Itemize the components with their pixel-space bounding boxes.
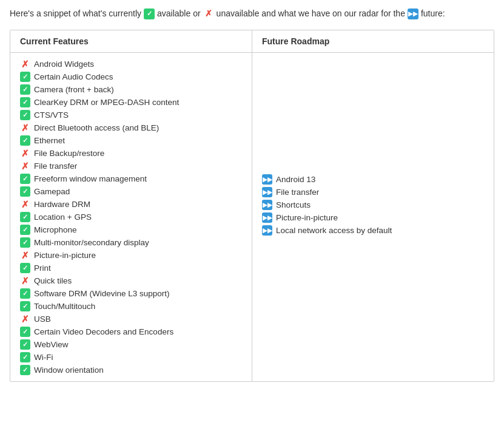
feature-label: Wi-Fi [34,353,53,362]
check-icon: ✓ [20,174,30,184]
roadmap-label: Picture-in-picture [276,213,338,222]
x-icon: ✗ [20,161,30,171]
feature-label: Direct Bluetooth access (and BLE) [34,123,159,132]
list-item: ✓Freeform window management [20,172,242,185]
roadmap-label: Android 13 [276,175,315,184]
list-item: ✓CTS/VTS [20,109,242,121]
x-icon: ✗ [20,123,30,133]
feature-label: ClearKey DRM or MPEG-DASH content [34,98,179,107]
list-item: ▶▶File transfer [262,186,484,199]
check-icon: ✓ [20,365,30,375]
feature-label: WebView [34,340,69,349]
feature-label: Window orientation [34,365,104,375]
list-item: ✓Camera (front + back) [20,83,242,96]
list-item: ✓Print [20,262,242,274]
list-item: ✓Location + GPS [20,211,242,223]
check-icon: ✓ [20,352,30,362]
list-item: ✗Picture-in-picture [20,249,242,262]
list-item: ✓Certain Video Decoders and Encoders [20,325,242,338]
list-item: ✓Window orientation [20,364,242,376]
list-item: ✗Android Widgets [20,58,242,70]
unavailable-icon: ✗ [203,8,214,19]
current-features-list: ✗Android Widgets✓Certain Audio Codecs✓Ca… [20,58,242,376]
check-icon: ✓ [20,212,30,222]
feature-label: Ethernet [34,136,65,145]
feature-label: Freeform window management [34,174,147,183]
feature-label: CTS/VTS [34,110,69,120]
check-icon: ✓ [20,97,30,107]
list-item: ✗File transfer [20,160,242,172]
roadmap-label: File transfer [276,188,319,197]
arrow-icon: ▶▶ [262,212,272,223]
check-icon: ✓ [20,327,30,337]
intro-unavailable: unavailable and what we have on our rada… [217,7,405,20]
feature-label: Certain Audio Codecs [34,72,113,81]
check-icon: ✓ [20,237,30,248]
features-row: ✗Android Widgets✓Certain Audio Codecs✓Ca… [10,53,494,382]
list-item: ✗Direct Bluetooth access (and BLE) [20,121,242,134]
list-item: ✗Quick tiles [20,274,242,287]
arrow-icon: ▶▶ [262,187,272,197]
intro-future: future: [421,7,445,20]
list-item: ▶▶Picture-in-picture [262,211,484,224]
col1-header: Current Features [10,30,252,53]
check-icon: ✓ [20,135,30,146]
list-item: ▶▶Shortcuts [262,199,484,211]
feature-label: Gamepad [34,187,70,196]
list-item: ✓Multi-monitor/secondary display [20,236,242,249]
x-icon: ✗ [20,250,30,260]
intro-available: available or [157,7,201,20]
list-item: ✓Wi-Fi [20,351,242,364]
list-item: ▶▶Local network access by default [262,224,484,237]
feature-label: Multi-monitor/secondary display [34,238,149,247]
arrow-icon: ▶▶ [262,200,272,210]
check-icon: ✓ [20,186,30,197]
roadmap-label: Shortcuts [276,200,311,209]
list-item: ✓ClearKey DRM or MPEG-DASH content [20,96,242,109]
feature-label: Quick tiles [34,276,72,285]
list-item: ✓Ethernet [20,134,242,147]
feature-label: USB [34,314,51,324]
list-item: ✓Microphone [20,223,242,236]
check-icon: ✓ [20,339,30,350]
feature-label: Touch/Multitouch [34,302,95,311]
list-item: ✓WebView [20,338,242,351]
feature-label: Picture-in-picture [34,251,96,260]
feature-label: Microphone [34,225,77,234]
features-table-container: Current Features Future Roadmap ✗Android… [10,30,494,382]
current-features-cell: ✗Android Widgets✓Certain Audio Codecs✓Ca… [10,53,252,382]
list-item: ✗USB [20,313,242,325]
feature-label: File Backup/restore [34,149,104,158]
list-item: ✓Software DRM (Widevine L3 support) [20,287,242,300]
feature-label: Certain Video Decoders and Encoders [34,327,173,336]
x-icon: ✗ [20,276,30,286]
x-icon: ✗ [20,199,30,209]
future-roadmap-cell: placeholderplaceholderplaceholderplaceho… [252,53,494,382]
check-icon: ✓ [20,301,30,311]
feature-label: Print [34,263,51,273]
check-icon: ✓ [20,110,30,120]
check-icon: ✓ [20,84,30,95]
feature-label: Software DRM (Widevine L3 support) [34,289,170,298]
list-item: ▶▶Android 13 [262,173,484,186]
intro-text: Here's a snippet of what's currently ✓ a… [10,7,494,20]
x-icon: ✗ [20,314,30,324]
arrow-icon: ▶▶ [262,174,272,185]
check-icon: ✓ [20,72,30,82]
feature-label: Location + GPS [34,212,92,222]
list-item: ✓Touch/Multitouch [20,300,242,313]
radar-icon: ▶▶ [408,8,418,19]
col2-header: Future Roadmap [252,30,494,53]
list-item: ✓Certain Audio Codecs [20,70,242,83]
list-item: ✗File Backup/restore [20,147,242,160]
features-table: Current Features Future Roadmap ✗Android… [10,30,494,381]
intro-before: Here's a snippet of what's currently [10,7,141,20]
x-icon: ✗ [20,148,30,158]
list-item: ✓Gamepad [20,185,242,198]
available-icon: ✓ [144,8,155,19]
roadmap-label: Local network access by default [276,226,392,235]
list-item: ✗Hardware DRM [20,198,242,211]
feature-label: File transfer [34,161,77,171]
check-icon: ✓ [20,225,30,235]
future-roadmap-list: placeholderplaceholderplaceholderplaceho… [262,58,484,237]
